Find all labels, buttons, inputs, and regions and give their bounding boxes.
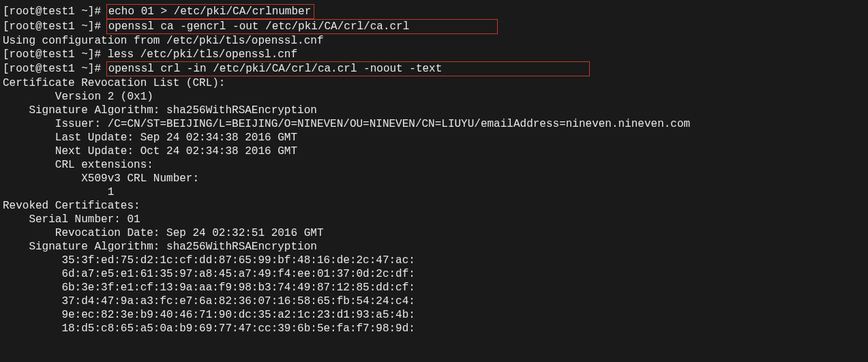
terminal-line: 6d:a7:e5:e1:61:35:97:a8:45:a7:49:f4:ee:0…	[3, 267, 865, 281]
output-text: Revocation Date: Sep 24 02:32:51 2016 GM…	[3, 227, 323, 239]
output-text: Revoked Certificates:	[3, 200, 140, 212]
output-text: Serial Number: 01	[3, 213, 140, 226]
terminal-line: Certificate Revocation List (CRL):	[3, 76, 865, 90]
terminal-line: Revoked Certificates:	[3, 199, 865, 213]
terminal-line: Using configuration from /etc/pki/tls/op…	[3, 34, 865, 48]
terminal-line: 18:d5:c8:65:a5:0a:b9:69:77:47:cc:39:6b:5…	[3, 322, 865, 335]
terminal-line: Issuer: /C=CN/ST=BEIJING/L=BEIJING/O=NIN…	[3, 117, 865, 131]
shell-command: less /etc/pki/tls/openssl.cnf	[108, 48, 297, 61]
output-text: 6d:a7:e5:e1:61:35:97:a8:45:a7:49:f4:ee:0…	[3, 268, 415, 280]
output-text: Using configuration from /etc/pki/tls/op…	[3, 35, 323, 47]
terminal-line: Last Update: Sep 24 02:34:38 2016 GMT	[3, 131, 865, 145]
terminal-line: Serial Number: 01	[3, 213, 865, 226]
output-text: Last Update: Sep 24 02:34:38 2016 GMT	[3, 132, 297, 144]
shell-command: echo 01 > /etc/pki/CA/crlnumber	[106, 4, 315, 19]
output-text: Next Update: Oct 24 02:34:38 2016 GMT	[3, 145, 297, 157]
output-text: 6b:3e:3f:e1:cf:13:9a:aa:f9:98:b3:74:49:8…	[3, 282, 415, 294]
terminal-line: [root@test1 ~]# openssl crl -in /etc/pki…	[3, 61, 865, 76]
terminal-line: 37:d4:47:9a:a3:fc:e7:6a:82:36:07:16:58:6…	[3, 295, 865, 308]
terminal-line: [root@test1 ~]# openssl ca -gencrl -out …	[3, 19, 865, 34]
output-text: 35:3f:ed:75:d2:1c:cf:dd:87:65:99:bf:48:1…	[3, 254, 415, 267]
terminal-line: Next Update: Oct 24 02:34:38 2016 GMT	[3, 145, 865, 158]
terminal-line: 9e:ec:82:3e:b9:40:46:71:90:dc:35:a2:1c:2…	[3, 308, 865, 322]
shell-command: openssl crl -in /etc/pki/CA/crl/ca.crl -…	[106, 61, 590, 76]
terminal-line: 6b:3e:3f:e1:cf:13:9a:aa:f9:98:b3:74:49:8…	[3, 281, 865, 295]
output-text: Version 2 (0x1)	[3, 91, 153, 103]
terminal-line: X509v3 CRL Number:	[3, 172, 865, 185]
output-text: Certificate Revocation List (CRL):	[3, 77, 225, 89]
terminal-line: [root@test1 ~]# echo 01 > /etc/pki/CA/cr…	[3, 4, 865, 19]
shell-prompt: [root@test1 ~]#	[3, 20, 108, 33]
shell-prompt: [root@test1 ~]#	[3, 63, 108, 75]
terminal-line: 1	[3, 185, 865, 199]
terminal-line: Revocation Date: Sep 24 02:32:51 2016 GM…	[3, 226, 865, 240]
output-text: Signature Algorithm: sha256WithRSAEncryp…	[3, 241, 317, 253]
output-text: Issuer: /C=CN/ST=BEIJING/L=BEIJING/O=NIN…	[3, 118, 690, 130]
output-text: 9e:ec:82:3e:b9:40:46:71:90:dc:35:a2:1c:2…	[3, 309, 415, 321]
output-text: Signature Algorithm: sha256WithRSAEncryp…	[3, 104, 317, 117]
terminal-line: CRL extensions:	[3, 158, 865, 172]
shell-prompt: [root@test1 ~]#	[3, 48, 108, 61]
output-text: X509v3 CRL Number:	[3, 172, 206, 185]
terminal-line: Signature Algorithm: sha256WithRSAEncryp…	[3, 240, 865, 254]
output-text: 37:d4:47:9a:a3:fc:e7:6a:82:36:07:16:58:6…	[3, 295, 415, 307]
output-text: 1	[3, 186, 114, 198]
shell-command: openssl ca -gencrl -out /etc/pki/CA/crl/…	[106, 19, 498, 34]
shell-prompt: [root@test1 ~]#	[3, 5, 108, 18]
terminal-line: Version 2 (0x1)	[3, 90, 865, 104]
terminal-line: 35:3f:ed:75:d2:1c:cf:dd:87:65:99:bf:48:1…	[3, 254, 865, 267]
terminal-output: [root@test1 ~]# echo 01 > /etc/pki/CA/cr…	[0, 0, 868, 340]
output-text: 18:d5:c8:65:a5:0a:b9:69:77:47:cc:39:6b:5…	[3, 322, 415, 335]
output-text: CRL extensions:	[3, 159, 153, 171]
terminal-line: [root@test1 ~]# less /etc/pki/tls/openss…	[3, 48, 865, 61]
terminal-line: Signature Algorithm: sha256WithRSAEncryp…	[3, 104, 865, 117]
